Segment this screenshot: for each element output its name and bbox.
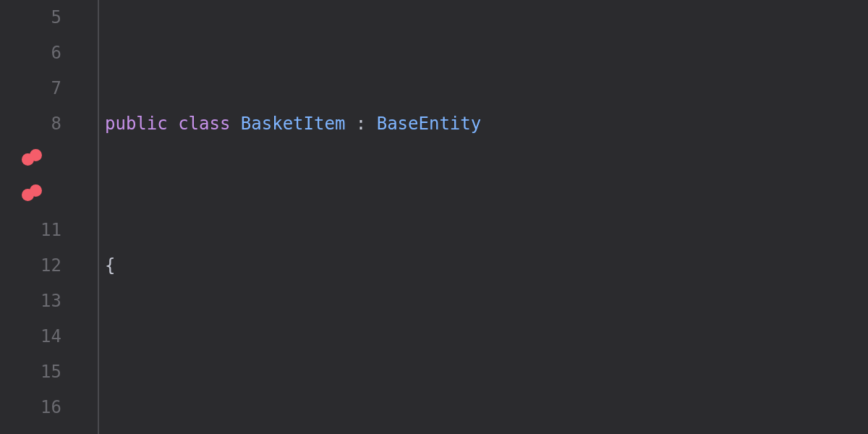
gutter[interactable]: 5 6 7 8 11 12 13 14 15 16 (0, 0, 98, 434)
breakpoint-icon[interactable] (22, 189, 42, 201)
line-number: 5 (51, 0, 61, 35)
gutter-line[interactable]: 15 (0, 354, 98, 390)
code-line[interactable]: { (105, 248, 868, 284)
gutter-line[interactable]: 11 (0, 213, 98, 248)
line-number: 8 (51, 106, 61, 142)
line-number: 12 (41, 248, 61, 284)
gutter-line[interactable]: 7 (0, 71, 98, 106)
indent-ruler (98, 0, 99, 434)
gutter-line[interactable]: 12 (0, 248, 98, 284)
punct: : (356, 106, 366, 142)
keyword: public (105, 106, 168, 142)
line-number: 15 (41, 354, 61, 390)
code-area[interactable]: public class BasketItem : BaseEntity { p… (98, 0, 868, 434)
line-number: 16 (41, 390, 61, 425)
line-number: 14 (41, 319, 61, 354)
code-line[interactable] (105, 390, 868, 425)
gutter-line[interactable]: 8 (0, 106, 98, 142)
gutter-line[interactable] (0, 142, 98, 177)
breakpoint-icon[interactable] (22, 153, 42, 166)
line-number: 6 (51, 35, 61, 71)
code-editor[interactable]: 5 6 7 8 11 12 13 14 15 16 public class B… (0, 0, 868, 434)
type-name: BaseEntity (377, 106, 482, 142)
keyword: class (178, 106, 230, 142)
gutter-line[interactable]: 5 (0, 0, 98, 35)
code-line[interactable]: public class BasketItem : BaseEntity (105, 106, 868, 142)
type-name: BasketItem (241, 106, 346, 142)
gutter-line[interactable]: 16 (0, 390, 98, 425)
gutter-line[interactable] (0, 177, 98, 213)
gutter-line[interactable]: 13 (0, 284, 98, 319)
punct: { (105, 248, 115, 284)
line-number: 7 (51, 71, 61, 106)
line-number: 11 (41, 213, 61, 248)
gutter-line[interactable]: 6 (0, 35, 98, 71)
gutter-line[interactable]: 14 (0, 319, 98, 354)
line-number: 13 (41, 284, 61, 319)
